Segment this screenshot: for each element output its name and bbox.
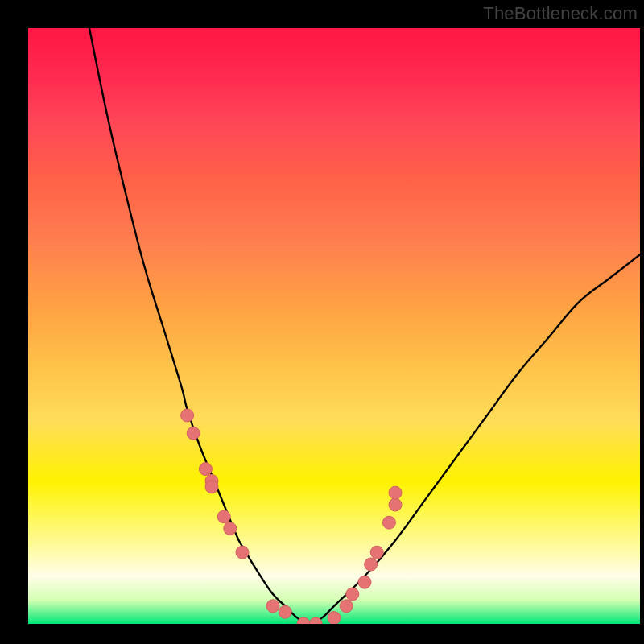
bottleneck-curve [89,28,640,624]
chart-stage: TheBottleneck.com [0,0,644,644]
curve-marker [370,546,383,559]
curve-marker [389,498,402,511]
curve-marker [346,588,359,601]
curve-marker [389,486,402,499]
curve-marker [328,612,341,624]
curve-marker [340,600,353,613]
curve-marker [181,409,194,422]
curve-marker [358,576,371,588]
curve-marker [205,474,218,487]
curve-marker [224,522,237,535]
curve-marker [297,617,310,624]
curve-marker [382,516,395,529]
chart-svg [28,28,640,624]
watermark-text: TheBottleneck.com [483,3,638,24]
curve-marker [199,463,212,476]
curve-marker [266,600,279,613]
curve-marker [279,605,291,618]
curve-marker [365,558,378,571]
curve-marker [236,546,249,559]
curve-marker [309,617,322,624]
curve-marker [217,510,230,523]
plot-area [28,28,640,624]
curve-marker [205,481,218,493]
curve-marker [187,427,200,440]
markers-group [181,409,402,624]
